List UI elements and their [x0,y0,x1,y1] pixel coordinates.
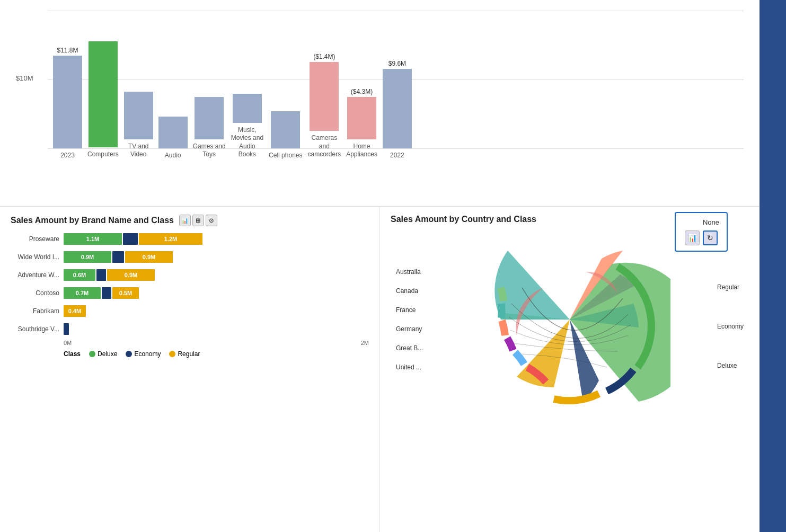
brand-chart: Proseware 1.1M 1.2M Wide World I... 0.9M… [11,232,369,336]
tooltip-none-label: None [683,218,719,226]
grid-line-top [48,11,744,11]
country-chart-panel: Sales Amount by Country and Class None 📊… [380,207,759,532]
chord-labels-right: Regular Economy Deluxe [717,283,744,369]
bar-tv: TV andVideo [124,83,153,159]
brand-chart-icons: 📊 ⊞ ⊙ [179,215,217,226]
bar-audio: Audio [158,108,188,159]
bar-appliances: ($4.3M) HomeAppliances [346,88,377,159]
bar-2023: $11.8M 2023 [53,47,82,159]
brand-row-contoso: Contoso 0.7M 0.5M [11,286,369,300]
bar-cameras: ($1.4M) Camerasandcamcorders [307,53,341,159]
bar-computers: Computers [87,40,119,159]
tooltip-box: None 📊 ↻ [675,212,728,252]
chord-svg [469,235,670,404]
legend-label: Class [64,350,81,358]
table-icon-btn[interactable]: ⊞ [192,215,204,226]
x-axis-labels: 0M 2M [11,340,369,346]
brand-row-adventure: Adventure W... 0.6M 0.9M [11,268,369,282]
bar-cellphones: Cell phones [269,103,302,159]
legend-economy: Economy [126,350,161,358]
brand-row-southridge: Southridge V... [11,322,369,336]
chord-labels-left: Australia Canada France Germany Great B.… [396,268,423,371]
chord-diagram-container: Australia Canada France Germany Great B.… [391,229,749,410]
bar-chart-icon-btn[interactable]: 📊 [179,215,191,226]
brand-chart-panel: Sales Amount by Brand Name and Class 📊 ⊞… [0,207,380,532]
brand-row-wideworld: Wide World I... 0.9M 0.9M [11,250,369,264]
tooltip-icons: 📊 ↻ [683,230,719,245]
focus-icon-btn[interactable]: ⊙ [206,215,217,226]
bottom-charts-area: Sales Amount by Brand Name and Class 📊 ⊞… [0,207,759,532]
legend-deluxe: Deluxe [89,350,117,358]
legend: Class Deluxe Economy Regular [11,350,369,358]
brand-chart-title: Sales Amount by Brand Name and Class 📊 ⊞… [11,215,369,226]
legend-regular: Regular [169,350,200,358]
brand-row-fabrikam: Fabrikam 0.4M [11,304,369,318]
main-content: $10M $11.8M 2023 Computers [0,0,759,532]
tooltip-refresh-icon[interactable]: ↻ [703,230,718,245]
brand-row-proseware: Proseware 1.1M 1.2M [11,232,369,246]
tooltip-bar-icon[interactable]: 📊 [685,230,700,245]
bar-music: Music,Movies andAudioBooks [231,85,263,159]
right-sidebar [759,0,786,532]
bar-games: Games andToys [193,88,226,159]
top-chart-area: $10M $11.8M 2023 Computers [0,0,759,207]
bar-2022: $9.6M 2022 [383,60,412,159]
